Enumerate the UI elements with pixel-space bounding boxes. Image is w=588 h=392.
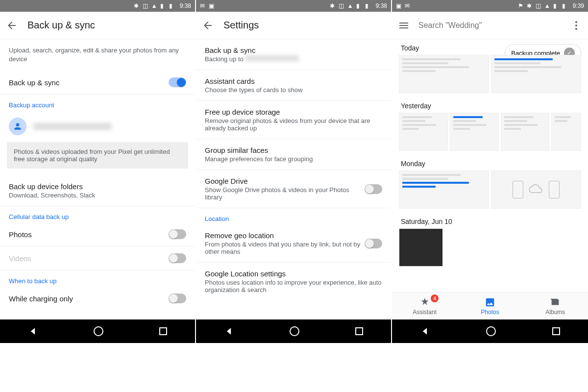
cell-videos-label: Videos: [9, 254, 169, 263]
nav-back-icon[interactable]: [224, 326, 234, 336]
tab-label: Albums: [545, 309, 565, 316]
status-time: 9:38: [180, 2, 191, 9]
settings-assistant-cards[interactable]: Assistant cardsChoose the types of cards…: [196, 70, 391, 101]
item-sub: Manage preferences for face grouping: [205, 155, 382, 163]
back-icon[interactable]: [6, 20, 18, 31]
vibrate-icon: ◫: [143, 2, 149, 9]
bluetooth-icon: ✱: [134, 2, 141, 9]
cell-videos-toggle[interactable]: [169, 253, 186, 263]
item-title: Assistant cards: [205, 77, 382, 85]
cell-photos-label: Photos: [9, 230, 169, 239]
backup-sync-toggle[interactable]: [169, 77, 186, 87]
item-title: Google Location settings: [205, 270, 382, 278]
while-charging-row[interactable]: While charging only: [0, 287, 195, 310]
overflow-icon[interactable]: [570, 20, 582, 31]
cell-videos-row[interactable]: Videos: [0, 246, 195, 270]
content: Back up & sync Backing up to Assistant c…: [196, 39, 391, 319]
item-sub: Photos uses location info to improve you…: [205, 279, 382, 294]
photo-thumb[interactable]: [491, 55, 581, 93]
image-icon: ▣: [396, 2, 403, 9]
phone-photos-app: ▣✉ ⚑ ✱ ◫ ▲ ▮ ▮ 9:39 Backup complete Toda…: [392, 0, 588, 343]
svg-point-2: [575, 28, 577, 30]
account-email-redacted: [33, 123, 112, 130]
photos-feed[interactable]: Today Yesterday Monday Sat: [392, 39, 588, 292]
avatar-icon: [9, 118, 26, 135]
device-folders-row[interactable]: Back up device folders Download, Screens…: [0, 175, 195, 206]
nav-back-icon[interactable]: [420, 326, 430, 336]
photo-thumb[interactable]: [399, 171, 489, 209]
section-location: Location: [196, 208, 391, 224]
remove-geo-toggle[interactable]: [365, 239, 382, 248]
battery-icon: ▮: [365, 2, 372, 9]
cell-photos-row[interactable]: Photos: [0, 222, 195, 246]
nav-recents-icon[interactable]: [355, 327, 363, 335]
wifi-icon: ▲: [347, 2, 354, 9]
nav-home-icon[interactable]: [486, 326, 496, 336]
settings-free-up-storage[interactable]: Free up device storageRemove original ph…: [196, 101, 391, 139]
nav-recents-icon[interactable]: [159, 327, 167, 335]
item-title: Remove geo location: [205, 231, 365, 240]
signal-icon: ▮: [356, 2, 363, 9]
settings-backup-sync[interactable]: Back up & sync Backing up to: [196, 39, 391, 70]
photo-thumb[interactable]: [399, 228, 443, 267]
search-input[interactable]: [418, 21, 562, 30]
tab-photos[interactable]: Photos: [457, 293, 522, 319]
phone-settings: ✉▣ ✱ ◫ ▲ ▮ ▮ 9:38 Settings Back up & syn…: [196, 0, 392, 343]
content: Upload, search, organize, edit & share y…: [0, 39, 195, 319]
bottom-nav: Assistant 4 Photos Albums: [392, 292, 588, 319]
mail-icon: ✉: [200, 2, 207, 9]
battery-icon: ▮: [169, 2, 176, 9]
hamburger-icon[interactable]: [398, 20, 410, 31]
item-sub: Show Google Drive photos & videos in you…: [205, 186, 365, 201]
nav-back-icon[interactable]: [28, 326, 38, 336]
tab-assistant[interactable]: Assistant 4: [392, 293, 457, 319]
photo-thumb[interactable]: [399, 113, 448, 151]
svg-point-1: [575, 24, 577, 26]
tab-albums[interactable]: Albums: [523, 293, 588, 319]
photo-thumb[interactable]: [501, 113, 550, 151]
assistant-badge: 4: [431, 294, 439, 302]
system-nav: [0, 319, 195, 343]
storage-notice: Photos & videos uploaded from your Pixel…: [7, 142, 188, 169]
cell-photos-toggle[interactable]: [169, 229, 186, 239]
item-sub: From photos & videos that you share by l…: [205, 241, 365, 255]
nav-recents-icon[interactable]: [552, 327, 560, 335]
status-bar: ✱ ◫ ▲ ▮ ▮ 9:38: [0, 0, 195, 12]
vibrate-icon: ◫: [536, 2, 542, 9]
nav-home-icon[interactable]: [94, 326, 103, 336]
account-row[interactable]: [0, 111, 195, 142]
item-title: Google Drive: [205, 177, 365, 185]
item-title: Group similar faces: [205, 146, 382, 154]
settings-google-location[interactable]: Google Location settingsPhotos uses loca…: [196, 263, 391, 300]
status-time: 9:38: [376, 2, 387, 9]
search-bar: [392, 12, 588, 39]
photo-thumb[interactable]: [551, 113, 581, 151]
settings-remove-geo[interactable]: Remove geo locationFrom photos & videos …: [196, 224, 391, 263]
item-title: Back up & sync: [205, 46, 382, 54]
nav-home-icon[interactable]: [290, 326, 299, 336]
settings-google-drive[interactable]: Google DriveShow Google Drive photos & v…: [196, 170, 391, 208]
device-folders-title: Back up device folders: [9, 182, 186, 191]
backup-sync-label: Back up & sync: [9, 78, 169, 87]
page-title: Back up & sync: [27, 20, 95, 31]
svg-point-0: [575, 21, 577, 23]
photo-thumb[interactable]: [450, 113, 499, 151]
while-charging-toggle[interactable]: [169, 294, 186, 303]
settings-group-faces[interactable]: Group similar facesManage preferences fo…: [196, 139, 391, 170]
vibrate-icon: ◫: [339, 2, 345, 9]
system-nav: [196, 319, 391, 343]
photo-thumb[interactable]: [399, 55, 489, 93]
section-when: When to back up: [0, 270, 195, 287]
section-cellular: Cellular data back up: [0, 206, 195, 222]
date-header: Yesterday: [392, 97, 588, 113]
location-icon: ⚑: [518, 2, 525, 9]
item-sub: Backing up to: [205, 55, 382, 63]
photo-thumb[interactable]: [491, 171, 581, 209]
page-title: Settings: [223, 20, 259, 31]
app-bar: Settings: [196, 12, 391, 39]
phone-backup-sync: ✱ ◫ ▲ ▮ ▮ 9:38 Back up & sync Upload, se…: [0, 0, 196, 343]
backup-sync-toggle-row[interactable]: Back up & sync: [0, 71, 195, 95]
google-drive-toggle[interactable]: [365, 184, 382, 194]
back-icon[interactable]: [202, 20, 214, 31]
wifi-icon: ▲: [151, 2, 158, 9]
